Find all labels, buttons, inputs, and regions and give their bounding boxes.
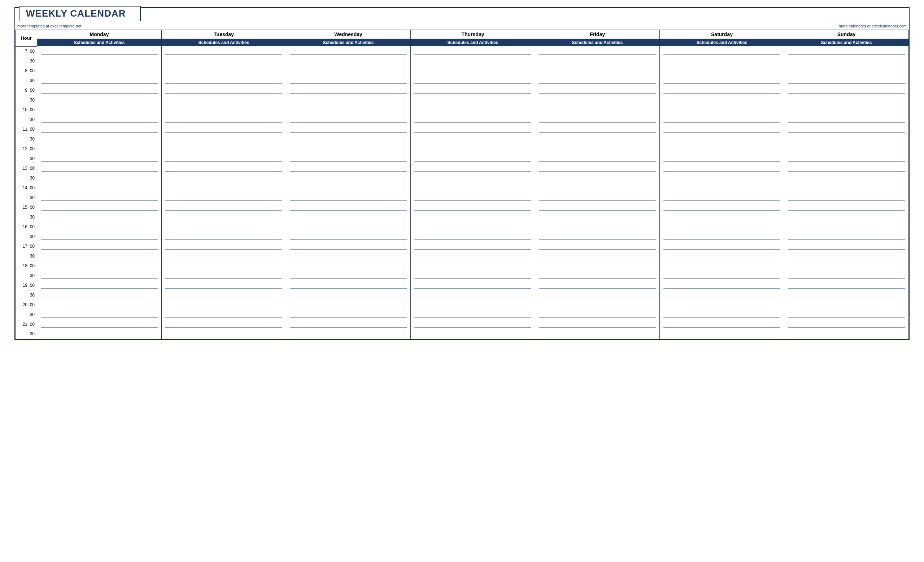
schedule-slot[interactable] [660, 270, 784, 280]
schedule-slot[interactable] [162, 153, 286, 163]
schedule-slot[interactable] [660, 192, 784, 202]
schedule-slot[interactable] [660, 75, 784, 85]
schedule-slot[interactable] [784, 56, 909, 66]
schedule-slot[interactable] [37, 310, 162, 319]
schedule-slot[interactable] [162, 192, 286, 202]
schedule-slot[interactable] [535, 310, 660, 319]
schedule-slot[interactable] [535, 192, 660, 202]
schedule-slot[interactable] [660, 310, 784, 319]
schedule-slot[interactable] [286, 290, 411, 300]
schedule-slot[interactable] [535, 46, 660, 56]
schedule-slot[interactable] [784, 300, 909, 310]
schedule-slot[interactable] [784, 105, 909, 114]
schedule-slot[interactable] [784, 270, 909, 280]
schedule-slot[interactable] [162, 300, 286, 310]
schedule-slot[interactable] [784, 290, 909, 300]
schedule-slot[interactable] [411, 153, 535, 163]
schedule-slot[interactable] [162, 251, 286, 261]
schedule-slot[interactable] [37, 56, 162, 66]
schedule-slot[interactable] [411, 56, 535, 66]
schedule-slot[interactable] [411, 173, 535, 183]
schedule-slot[interactable] [286, 251, 411, 261]
schedule-slot[interactable] [535, 66, 660, 75]
schedule-slot[interactable] [37, 270, 162, 280]
schedule-slot[interactable] [37, 114, 162, 124]
schedule-slot[interactable] [784, 134, 909, 144]
schedule-slot[interactable] [784, 153, 909, 163]
schedule-slot[interactable] [535, 231, 660, 241]
schedule-slot[interactable] [784, 173, 909, 183]
schedule-slot[interactable] [162, 290, 286, 300]
schedule-slot[interactable] [37, 251, 162, 261]
schedule-slot[interactable] [535, 270, 660, 280]
schedule-slot[interactable] [286, 56, 411, 66]
schedule-slot[interactable] [162, 183, 286, 192]
schedule-slot[interactable] [162, 105, 286, 114]
schedule-slot[interactable] [411, 251, 535, 261]
schedule-slot[interactable] [37, 300, 162, 310]
schedule-slot[interactable] [784, 144, 909, 153]
schedule-slot[interactable] [286, 270, 411, 280]
schedule-slot[interactable] [286, 261, 411, 270]
schedule-slot[interactable] [784, 261, 909, 270]
schedule-slot[interactable] [535, 75, 660, 85]
schedule-slot[interactable] [411, 114, 535, 124]
schedule-slot[interactable] [535, 329, 660, 339]
schedule-slot[interactable] [660, 95, 784, 105]
schedule-slot[interactable] [162, 66, 286, 75]
schedule-slot[interactable] [535, 124, 660, 134]
schedule-slot[interactable] [286, 124, 411, 134]
schedule-slot[interactable] [411, 66, 535, 75]
schedule-slot[interactable] [162, 124, 286, 134]
schedule-slot[interactable] [286, 310, 411, 319]
schedule-slot[interactable] [286, 95, 411, 105]
schedule-slot[interactable] [286, 222, 411, 231]
schedule-slot[interactable] [286, 144, 411, 153]
schedule-slot[interactable] [162, 241, 286, 251]
schedule-slot[interactable] [535, 114, 660, 124]
schedule-slot[interactable] [535, 251, 660, 261]
schedule-slot[interactable] [411, 134, 535, 144]
schedule-slot[interactable] [162, 212, 286, 222]
templates-link[interactable]: more templates at exceltemplate.net [17, 24, 81, 28]
schedule-slot[interactable] [286, 231, 411, 241]
schedule-slot[interactable] [286, 114, 411, 124]
schedule-slot[interactable] [784, 329, 909, 339]
schedule-slot[interactable] [660, 153, 784, 163]
schedule-slot[interactable] [660, 202, 784, 212]
schedule-slot[interactable] [162, 270, 286, 280]
schedule-slot[interactable] [37, 280, 162, 290]
schedule-slot[interactable] [286, 300, 411, 310]
schedule-slot[interactable] [411, 46, 535, 56]
schedule-slot[interactable] [411, 241, 535, 251]
schedule-slot[interactable] [286, 75, 411, 85]
schedule-slot[interactable] [660, 163, 784, 173]
schedule-slot[interactable] [37, 192, 162, 202]
schedule-slot[interactable] [411, 95, 535, 105]
schedule-slot[interactable] [411, 280, 535, 290]
schedule-slot[interactable] [784, 95, 909, 105]
schedule-slot[interactable] [660, 222, 784, 231]
schedule-slot[interactable] [37, 319, 162, 329]
schedule-slot[interactable] [37, 173, 162, 183]
schedule-slot[interactable] [162, 95, 286, 105]
schedule-slot[interactable] [784, 124, 909, 134]
schedule-slot[interactable] [411, 290, 535, 300]
schedule-slot[interactable] [784, 85, 909, 95]
schedule-slot[interactable] [660, 85, 784, 95]
schedule-slot[interactable] [660, 300, 784, 310]
schedule-slot[interactable] [162, 310, 286, 319]
schedule-slot[interactable] [535, 163, 660, 173]
schedule-slot[interactable] [162, 46, 286, 56]
schedule-slot[interactable] [37, 105, 162, 114]
schedule-slot[interactable] [162, 280, 286, 290]
schedule-slot[interactable] [411, 261, 535, 270]
schedule-slot[interactable] [660, 251, 784, 261]
schedule-slot[interactable] [286, 105, 411, 114]
schedule-slot[interactable] [660, 241, 784, 251]
schedule-slot[interactable] [37, 124, 162, 134]
schedule-slot[interactable] [784, 212, 909, 222]
schedule-slot[interactable] [660, 261, 784, 270]
schedule-slot[interactable] [784, 114, 909, 124]
schedule-slot[interactable] [535, 202, 660, 212]
